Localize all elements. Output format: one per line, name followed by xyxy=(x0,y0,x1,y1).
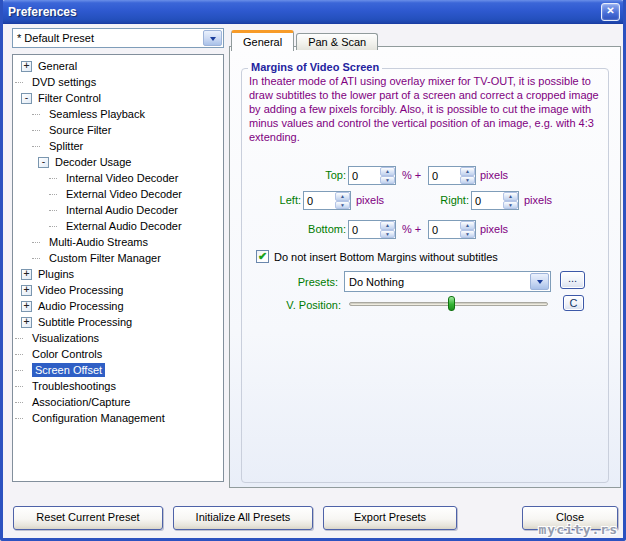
center-button[interactable]: C xyxy=(563,295,584,311)
left-pixels-spinner[interactable]: 0 ▲▼ xyxy=(303,191,351,210)
expand-plus-icon[interactable]: + xyxy=(21,301,32,312)
v-position-slider[interactable] xyxy=(349,296,548,311)
export-presets-button[interactable]: Export Presets xyxy=(323,506,457,530)
slider-thumb[interactable] xyxy=(448,296,455,311)
tree-connector-line xyxy=(15,82,23,83)
bottom-percent-plus-label: % + xyxy=(402,223,421,235)
preset-combobox-value: * Default Preset xyxy=(13,32,202,44)
tree-item-seamless-playback[interactable]: Seamless Playback xyxy=(13,106,223,122)
tab-page-general: Margins of Video Screen In theater mode … xyxy=(229,46,621,488)
tree-item-general[interactable]: +General xyxy=(13,58,223,74)
tree-item-splitter[interactable]: Splitter xyxy=(13,138,223,154)
top-label: Top: xyxy=(230,169,346,181)
tree-item-label: Filter Control xyxy=(38,92,101,104)
expand-plus-icon[interactable]: + xyxy=(21,317,32,328)
tree-item-label: Color Controls xyxy=(32,348,102,360)
tree-item-label: Plugins xyxy=(38,268,74,280)
chevron-down-icon[interactable] xyxy=(203,30,222,46)
spin-up-icon[interactable]: ▲ xyxy=(380,221,395,230)
tree-item-label: Association/Capture xyxy=(32,396,130,408)
preset-combobox[interactable]: * Default Preset xyxy=(12,28,224,48)
top-percent-value[interactable]: 0 xyxy=(349,167,380,184)
spin-up-icon[interactable]: ▲ xyxy=(460,167,475,176)
spin-up-icon[interactable]: ▲ xyxy=(335,192,350,201)
tree-item-troubleshootings[interactable]: Troubleshootings xyxy=(13,378,223,394)
tree-connector-line xyxy=(49,194,57,195)
spin-down-icon[interactable]: ▼ xyxy=(335,201,350,210)
tree-item-dvd-settings[interactable]: DVD settings xyxy=(13,74,223,90)
right-pixels-spinner[interactable]: 0 ▲▼ xyxy=(471,191,519,210)
tree-item-label: External Audio Decoder xyxy=(66,220,182,232)
spin-up-icon[interactable]: ▲ xyxy=(460,221,475,230)
collapse-minus-icon[interactable]: - xyxy=(21,93,32,104)
tree-connector-line xyxy=(15,402,23,403)
tree-connector-line xyxy=(15,354,23,355)
spin-down-icon[interactable]: ▼ xyxy=(380,230,395,239)
bottom-percent-value[interactable]: 0 xyxy=(349,221,380,238)
left-pixels-value[interactable]: 0 xyxy=(304,192,335,209)
top-pixels-value[interactable]: 0 xyxy=(429,167,460,184)
tree-item-internal-video-decoder[interactable]: Internal Video Decoder xyxy=(13,170,223,186)
tree-item-video-processing[interactable]: +Video Processing xyxy=(13,282,223,298)
reset-current-preset-button[interactable]: Reset Current Preset xyxy=(13,506,163,530)
tree-item-decoder-usage[interactable]: -Decoder Usage xyxy=(13,154,223,170)
tree-item-filter-control[interactable]: -Filter Control xyxy=(13,90,223,106)
tree-connector-line xyxy=(49,226,57,227)
tree-item-external-video-decoder[interactable]: External Video Decoder xyxy=(13,186,223,202)
tree-item-label: Splitter xyxy=(49,140,83,152)
tree-item-label: Source Filter xyxy=(49,124,111,136)
tree-item-association-capture[interactable]: Association/Capture xyxy=(13,394,223,410)
spin-up-icon[interactable]: ▲ xyxy=(380,167,395,176)
tree-connector-line xyxy=(15,418,23,419)
tree-item-subtitle-processing[interactable]: +Subtitle Processing xyxy=(13,314,223,330)
top-pixels-spinner[interactable]: 0 ▲▼ xyxy=(428,166,476,185)
spin-down-icon[interactable]: ▼ xyxy=(460,176,475,185)
tree-item-multi-audio-streams[interactable]: Multi-Audio Streams xyxy=(13,234,223,250)
tab-general[interactable]: General xyxy=(231,30,294,51)
settings-tree: +GeneralDVD settings-Filter ControlSeaml… xyxy=(12,54,224,482)
v-position-label: V. Position: xyxy=(230,299,341,311)
tree-item-custom-filter-manager[interactable]: Custom Filter Manager xyxy=(13,250,223,266)
spin-up-icon[interactable]: ▲ xyxy=(503,192,518,201)
tree-item-visualizations[interactable]: Visualizations xyxy=(13,330,223,346)
tree-connector-line xyxy=(32,258,40,259)
right-pixels-label: pixels xyxy=(524,194,552,206)
right-pixels-value[interactable]: 0 xyxy=(472,192,503,209)
window-title: Preferences xyxy=(8,5,77,19)
tree-item-plugins[interactable]: +Plugins xyxy=(13,266,223,282)
presets-combobox-value: Do Nothing xyxy=(345,276,529,288)
tree-item-internal-audio-decoder[interactable]: Internal Audio Decoder xyxy=(13,202,223,218)
tree-item-label: General xyxy=(38,60,77,72)
tree-item-source-filter[interactable]: Source Filter xyxy=(13,122,223,138)
tree-item-color-controls[interactable]: Color Controls xyxy=(13,346,223,362)
bottom-pixels-label: pixels xyxy=(480,223,508,235)
expand-plus-icon[interactable]: + xyxy=(21,61,32,72)
bottom-pixels-value[interactable]: 0 xyxy=(429,221,460,238)
close-icon[interactable]: ✕ xyxy=(601,3,620,21)
bottom-margins-checkbox[interactable]: ✔ xyxy=(256,250,269,263)
spin-down-icon[interactable]: ▼ xyxy=(460,230,475,239)
bottom-margins-checkbox-label: Do not insert Bottom Margins without sub… xyxy=(274,251,498,263)
tree-item-audio-processing[interactable]: +Audio Processing xyxy=(13,298,223,314)
initialize-all-presets-button[interactable]: Initialize All Presets xyxy=(173,506,313,530)
expand-plus-icon[interactable]: + xyxy=(21,269,32,280)
tree-item-label: Multi-Audio Streams xyxy=(49,236,148,248)
presets-more-button[interactable]: ... xyxy=(560,271,585,289)
collapse-minus-icon[interactable]: - xyxy=(38,157,49,168)
tree-item-configuration-management[interactable]: Configuration Management xyxy=(13,410,223,426)
expand-plus-icon[interactable]: + xyxy=(21,285,32,296)
bottom-percent-spinner[interactable]: 0 ▲▼ xyxy=(348,220,396,239)
presets-combobox[interactable]: Do Nothing xyxy=(344,271,551,292)
tree-connector-line xyxy=(32,242,40,243)
tree-item-external-audio-decoder[interactable]: External Audio Decoder xyxy=(13,218,223,234)
spin-down-icon[interactable]: ▼ xyxy=(503,201,518,210)
tree-item-label: Troubleshootings xyxy=(32,380,116,392)
tab-pan-and-scan[interactable]: Pan & Scan xyxy=(296,33,378,50)
tree-item-screen-offset[interactable]: Screen Offset xyxy=(13,362,223,378)
top-percent-spinner[interactable]: 0 ▲▼ xyxy=(348,166,396,185)
chevron-down-icon[interactable] xyxy=(530,273,549,290)
tree-item-label: Decoder Usage xyxy=(55,156,131,168)
tree-item-label: Custom Filter Manager xyxy=(49,252,161,264)
bottom-pixels-spinner[interactable]: 0 ▲▼ xyxy=(428,220,476,239)
spin-down-icon[interactable]: ▼ xyxy=(380,176,395,185)
